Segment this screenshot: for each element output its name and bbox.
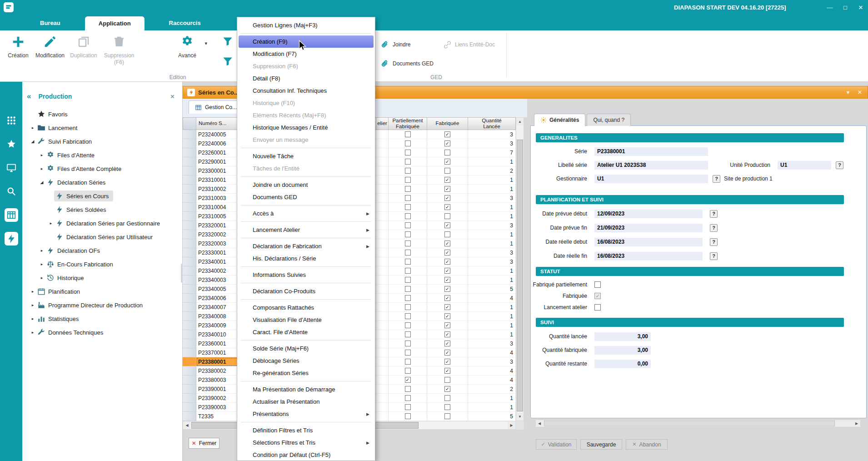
cell-quantite-lancee[interactable]: 4: [468, 348, 516, 357]
cell-quantite-lancee[interactable]: 3: [468, 221, 516, 230]
joindre-button[interactable]: Joindre: [381, 40, 410, 50]
tree-item-declaration-series-par-utilisateur[interactable]: Déclaration Séries par Utilisateur: [22, 230, 182, 244]
cell-quantite-lancee[interactable]: 1: [468, 175, 516, 185]
checkbox[interactable]: [405, 359, 411, 365]
cell-quantite-lancee[interactable]: 7: [468, 148, 516, 157]
checkbox[interactable]: [405, 241, 411, 246]
cell-quantite-lancee[interactable]: 1: [468, 394, 516, 403]
cell-fabriquee[interactable]: ✓: [427, 139, 468, 148]
checkbox[interactable]: ✓: [444, 131, 450, 137]
checkbox[interactable]: ✓: [444, 259, 450, 265]
checkbox[interactable]: ✓: [444, 341, 450, 346]
cell-fabriquee[interactable]: [427, 148, 468, 157]
cell-quantite-lancee[interactable]: 1: [468, 330, 516, 339]
menu-item-deblocage-series[interactable]: Déblocage Séries: [237, 355, 375, 367]
checkbox[interactable]: [405, 395, 411, 401]
checkbox[interactable]: [405, 250, 411, 256]
checkbox[interactable]: [405, 268, 411, 274]
cell-quantite-lancee[interactable]: 3: [468, 130, 516, 139]
vertical-scrollbar[interactable]: ▲ ▼: [516, 117, 524, 421]
checkbox[interactable]: ✓: [444, 241, 450, 246]
cell-quantite-lancee[interactable]: 5: [468, 285, 516, 294]
tree-collapsed-arrow-icon[interactable]: ▸: [30, 125, 36, 130]
panel-close-icon[interactable]: ✕: [170, 93, 175, 100]
row-selector[interactable]: [183, 385, 196, 394]
cell-fabriquee[interactable]: ✓: [427, 366, 468, 376]
cell-quantite-lancee[interactable]: 1: [468, 212, 516, 221]
row-selector[interactable]: [183, 403, 196, 412]
checkbox[interactable]: [405, 150, 411, 155]
checkbox[interactable]: [444, 231, 450, 237]
checkbox[interactable]: [405, 131, 411, 137]
cell-fabriquee[interactable]: [427, 166, 468, 175]
checkbox[interactable]: ✓: [444, 313, 450, 319]
tree-item-declaration-series[interactable]: ◢Déclaration Séries: [22, 175, 182, 189]
column-header-quantite-lancee[interactable]: Quantité Lancée: [468, 117, 516, 130]
creation-button[interactable]: Création: [3, 34, 34, 59]
checkbox[interactable]: [444, 213, 450, 219]
cell-partiellement-fabriquee[interactable]: [389, 294, 427, 303]
menu-item-re-generation-series[interactable]: Re-génération Séries: [237, 367, 375, 379]
checkbox[interactable]: [405, 350, 411, 356]
column-header-partiellement-fabriquee[interactable]: Partiellement Fabriquée: [389, 117, 427, 130]
row-selector[interactable]: [183, 157, 196, 166]
checkbox[interactable]: [405, 304, 411, 310]
cell-fabriquee[interactable]: ✓: [427, 221, 468, 230]
rail-star-icon[interactable]: [5, 137, 18, 151]
close-button[interactable]: ✕: [857, 4, 864, 11]
collapse-panel-icon[interactable]: «: [27, 92, 31, 101]
help-button[interactable]: ?: [713, 175, 720, 183]
cell-fabriquee[interactable]: ✓: [427, 357, 468, 366]
checkbox[interactable]: [444, 150, 450, 155]
column-header-elier[interactable]: elier: [376, 117, 389, 130]
cell-partiellement-fabriquee[interactable]: [389, 403, 427, 412]
menu-item-nouvelle-tache[interactable]: Nouvelle Tâche: [237, 150, 375, 162]
cell-fabriquee[interactable]: ✓: [427, 276, 468, 285]
cell-partiellement-fabriquee[interactable]: [389, 348, 427, 357]
tree-expanded-arrow-icon[interactable]: ◢: [39, 180, 45, 185]
scroll-right-arrow[interactable]: ▶: [853, 420, 860, 427]
cell-quantite-lancee[interactable]: 3: [468, 194, 516, 203]
checkbox[interactable]: ✓: [444, 140, 450, 146]
cell-quantite-lancee[interactable]: 2: [468, 166, 516, 175]
checkbox[interactable]: [405, 222, 411, 228]
rail-search-icon[interactable]: [5, 185, 18, 198]
menu-item-his-declarations-serie[interactable]: His. Déclarations / Série: [237, 252, 375, 265]
checkbox[interactable]: ✓: [444, 295, 450, 301]
checkbox[interactable]: [405, 404, 411, 410]
tree-collapsed-arrow-icon[interactable]: ▸: [30, 316, 36, 321]
tree-collapsed-arrow-icon[interactable]: ▸: [39, 153, 45, 157]
checkbox[interactable]: ✓: [444, 359, 450, 365]
row-selector[interactable]: [183, 221, 196, 230]
row-selector[interactable]: [183, 203, 196, 212]
cell-quantite-lancee[interactable]: 1: [468, 230, 516, 239]
cell-quantite-lancee[interactable]: 3: [468, 139, 516, 148]
checkbox[interactable]: [405, 413, 411, 419]
row-selector[interactable]: [183, 303, 196, 312]
row-selector[interactable]: [183, 339, 196, 348]
cell-quantite-lancee[interactable]: 5: [468, 412, 516, 421]
fermer-button[interactable]: ✕ Fermer: [189, 438, 219, 449]
cell-quantite-lancee[interactable]: 1: [468, 203, 516, 212]
checkbox[interactable]: [405, 386, 411, 392]
checkbox[interactable]: ✓: [444, 368, 450, 374]
checkbox[interactable]: ✓: [444, 186, 450, 192]
close-document-icon[interactable]: ✕: [858, 89, 862, 95]
cell-quantite-lancee[interactable]: 4: [468, 294, 516, 303]
date-field[interactable]: 16/08/2023: [594, 252, 703, 261]
tree-collapsed-arrow-icon[interactable]: ▸: [48, 221, 54, 225]
checkbox[interactable]: ✓: [444, 322, 450, 328]
cell-partiellement-fabriquee[interactable]: [389, 203, 427, 212]
cell-quantite-lancee[interactable]: 2: [468, 385, 516, 394]
menu-item-acces-a[interactable]: Accès à▶: [237, 207, 375, 220]
unite-field[interactable]: U1: [778, 161, 831, 170]
cell-fabriquee[interactable]: ✓: [427, 303, 468, 312]
cell-quantite-lancee[interactable]: 3: [468, 357, 516, 366]
panel-horizontal-scrollbar[interactable]: ◀ ▶: [535, 420, 861, 427]
cell-quantite-lancee[interactable]: 4: [468, 376, 516, 385]
row-selector[interactable]: [183, 230, 196, 239]
cell-partiellement-fabriquee[interactable]: [389, 330, 427, 339]
menu-item-ma-presentation-de-demarrage[interactable]: Ma Présentation de Démarrage: [237, 383, 375, 396]
cell-fabriquee[interactable]: ✓: [427, 385, 468, 394]
cell-fabriquee[interactable]: [427, 376, 468, 385]
